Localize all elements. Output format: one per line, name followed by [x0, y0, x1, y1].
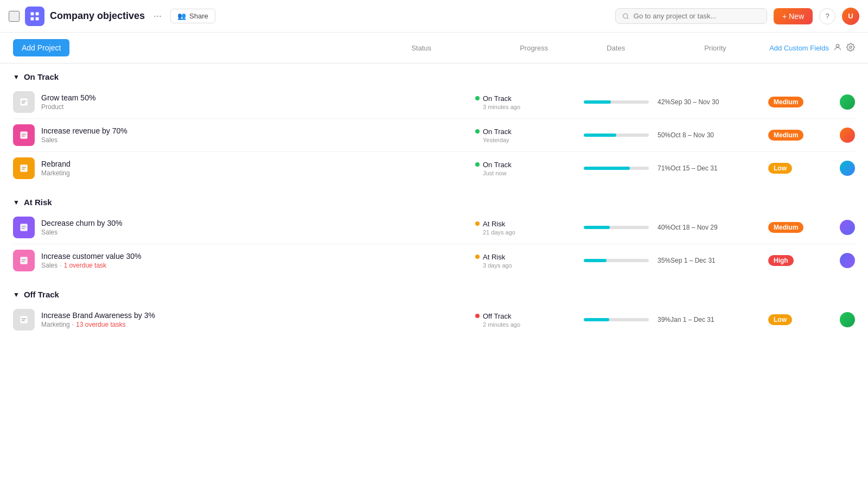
search-icon: [622, 12, 629, 20]
section-header-off-track[interactable]: ▼ Off Track: [13, 281, 855, 303]
section-title: At Risk: [24, 198, 52, 207]
progress-cell: 35%: [584, 257, 671, 264]
status-cell: On Track Yesterday: [475, 128, 584, 143]
settings-icon-button[interactable]: [846, 43, 855, 53]
progress-bar-bg: [584, 226, 649, 229]
svg-rect-19: [20, 257, 27, 264]
section-title: On Track: [24, 72, 59, 81]
table-row[interactable]: Rebrand Marketing On Track Just now 71% …: [13, 152, 855, 185]
overdue-label: 13 overdue tasks: [76, 321, 125, 328]
project-name: Increase Brand Awareness by 3%: [41, 311, 475, 320]
project-category: Sales: [41, 229, 475, 236]
priority-cell: Medium: [768, 97, 833, 107]
search-bar[interactable]: [615, 8, 767, 24]
chevron-down-icon: ▼: [13, 291, 20, 299]
dates-cell: Jan 1 – Dec 31: [671, 316, 768, 323]
project-name: Rebrand: [41, 160, 475, 168]
progress-percent: 35%: [653, 257, 671, 264]
share-button[interactable]: 👥 Share: [170, 9, 215, 23]
project-name: Grow team 50%: [41, 93, 475, 102]
svg-point-6: [850, 46, 852, 48]
table-row[interactable]: Increase Brand Awareness by 3% Marketing…: [13, 303, 855, 336]
status-text: On Track: [483, 94, 512, 103]
svg-rect-1: [36, 12, 39, 15]
overdue-label: 1 overdue task: [63, 262, 106, 269]
progress-bar-fill: [584, 134, 616, 137]
avatar: U: [842, 8, 859, 25]
table-row[interactable]: Increase revenue by 70% Sales On Track Y…: [13, 119, 855, 152]
progress-bar-fill: [584, 318, 609, 321]
status-time: 3 minutes ago: [475, 104, 584, 110]
project-name: Increase revenue by 70%: [41, 126, 475, 135]
search-input[interactable]: [634, 12, 760, 20]
status-cell: On Track Just now: [475, 161, 584, 176]
app-logo: [25, 7, 44, 26]
status-text: At Risk: [483, 253, 505, 261]
assignee-avatar: [840, 220, 855, 235]
priority-cell: Low: [768, 314, 833, 325]
status-dot: [475, 129, 480, 134]
col-status-header: Status: [411, 44, 520, 52]
status-cell: At Risk 3 days ago: [475, 253, 584, 269]
avatar-cell: [833, 161, 855, 176]
priority-badge: Medium: [768, 97, 803, 107]
avatar-cell: [833, 253, 855, 268]
header-right: + New ? U: [615, 8, 859, 25]
priority-cell: High: [768, 255, 833, 266]
project-icon: [13, 309, 35, 331]
status-label: On Track: [475, 161, 584, 169]
toolbar: Add Project Status Progress Dates Priori…: [0, 33, 868, 64]
progress-percent: 40%: [653, 224, 671, 231]
table-row[interactable]: Grow team 50% Product On Track 3 minutes…: [13, 86, 855, 119]
progress-cell: 40%: [584, 224, 671, 231]
svg-rect-17: [22, 226, 26, 227]
project-info: Increase Brand Awareness by 3% Marketing…: [41, 311, 475, 328]
svg-point-5: [836, 44, 839, 47]
progress-bar-bg: [584, 167, 649, 170]
project-info: Increase customer value 30% Sales · 1 ov…: [41, 252, 475, 269]
help-button[interactable]: ?: [819, 8, 835, 24]
add-custom-fields-button[interactable]: Add Custom Fields: [769, 44, 829, 52]
status-dot: [475, 255, 480, 259]
svg-rect-16: [20, 224, 27, 231]
svg-rect-12: [22, 136, 25, 137]
assignee-avatar: [840, 161, 855, 176]
more-options-button[interactable]: ···: [150, 9, 165, 23]
priority-badge: Medium: [768, 130, 803, 141]
add-project-button[interactable]: Add Project: [13, 39, 69, 56]
status-time: 21 days ago: [475, 229, 584, 236]
project-info: Grow team 50% Product: [41, 93, 475, 111]
progress-percent: 42%: [653, 98, 671, 106]
assignee-icon-button[interactable]: [833, 43, 842, 53]
dates-cell: Oct 8 – Nov 30: [671, 131, 768, 139]
section-header-on-track[interactable]: ▼ On Track: [13, 64, 855, 86]
project-category: Marketing: [41, 169, 475, 177]
project-icon: [13, 217, 35, 238]
table-row[interactable]: Increase customer value 30% Sales · 1 ov…: [13, 244, 855, 277]
section-header-at-risk[interactable]: ▼ At Risk: [13, 189, 855, 211]
priority-badge: Low: [768, 163, 792, 174]
table-row[interactable]: Decrease churn by 30% Sales At Risk 21 d…: [13, 211, 855, 244]
chevron-down-icon: ▼: [13, 73, 20, 81]
svg-rect-2: [31, 17, 34, 20]
svg-point-4: [623, 14, 628, 18]
menu-button[interactable]: [9, 11, 20, 22]
svg-rect-11: [22, 134, 26, 135]
priority-badge: Medium: [768, 222, 803, 233]
project-info: Decrease churn by 30% Sales: [41, 219, 475, 236]
section-title: Off Track: [24, 290, 59, 299]
svg-rect-9: [22, 103, 25, 104]
progress-cell: 71%: [584, 164, 671, 172]
svg-rect-15: [22, 169, 25, 170]
status-cell: Off Track 2 minutes ago: [475, 312, 584, 328]
svg-rect-22: [20, 316, 27, 323]
new-button[interactable]: + New: [774, 8, 813, 24]
priority-cell: Medium: [768, 222, 833, 233]
project-category: Product: [41, 103, 475, 111]
status-text: At Risk: [483, 220, 505, 228]
status-dot: [475, 96, 480, 100]
status-label: On Track: [475, 94, 584, 103]
status-time: 3 days ago: [475, 262, 584, 269]
project-info: Rebrand Marketing: [41, 160, 475, 177]
page-title: Company objectives: [50, 10, 145, 22]
